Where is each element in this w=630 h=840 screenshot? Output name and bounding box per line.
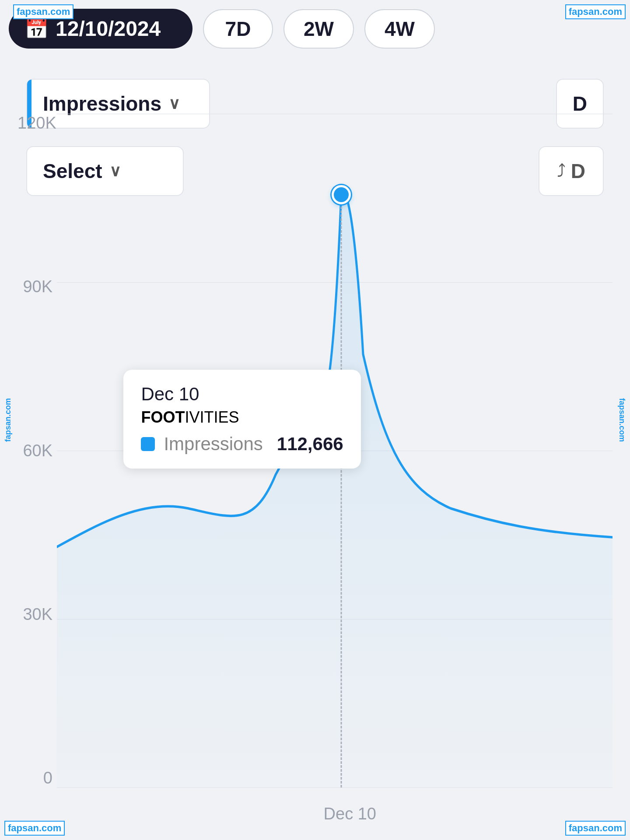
- y-axis: 120K 90K 60K 30K 0: [18, 114, 52, 788]
- tooltip-date: Dec 10: [141, 384, 343, 405]
- date-label: 12/10/2024: [56, 17, 161, 41]
- watermark-top-right: fapsan.com: [565, 4, 626, 19]
- watermark-side-left: fapsan.com: [4, 398, 13, 442]
- tooltip-brand: FOOTIVITIES: [141, 408, 343, 427]
- y-label-120k: 120K: [18, 114, 52, 133]
- x-label-dec10: Dec 10: [324, 805, 376, 823]
- period-7d-button[interactable]: 7D: [203, 9, 273, 49]
- dashed-vertical-line: [341, 195, 342, 788]
- tooltip-metric-value: 112,666: [277, 434, 343, 455]
- y-label-60k: 60K: [18, 441, 52, 460]
- metric-label: Impressions: [43, 92, 161, 116]
- watermark-side-right: fapsan.com: [617, 398, 626, 442]
- top-bar: 📅 12/10/2024 7D 2W 4W: [9, 9, 621, 49]
- tooltip-metric-label: Impressions: [164, 434, 262, 455]
- chart-tooltip: Dec 10 FOOTIVITIES Impressions 112,666: [123, 370, 360, 469]
- x-axis: Dec 10: [57, 796, 612, 831]
- metric-chevron: ∨: [168, 94, 180, 113]
- grid-line-0: [57, 788, 612, 788]
- watermark-top-left: fapsan.com: [13, 4, 74, 19]
- y-label-90k: 90K: [18, 277, 52, 296]
- y-label-0: 0: [18, 769, 52, 788]
- period-2w-button[interactable]: 2W: [284, 9, 354, 49]
- tooltip-brand-prefix: FOOT: [141, 408, 185, 426]
- watermark-bottom-right: fapsan.com: [565, 821, 626, 836]
- tooltip-color-dot: [141, 437, 155, 451]
- tooltip-metric-row: Impressions 112,666: [141, 434, 343, 455]
- watermark-bottom-left: fapsan.com: [4, 821, 65, 836]
- chart-area: Dec 10 FOOTIVITIES Impressions 112,666: [57, 114, 612, 788]
- period-4w-button[interactable]: 4W: [364, 9, 435, 49]
- y-label-30k: 30K: [18, 605, 52, 624]
- data-point[interactable]: [332, 185, 351, 204]
- tooltip-brand-suffix: IVITIES: [185, 408, 239, 426]
- calendar-icon: 📅: [24, 18, 49, 40]
